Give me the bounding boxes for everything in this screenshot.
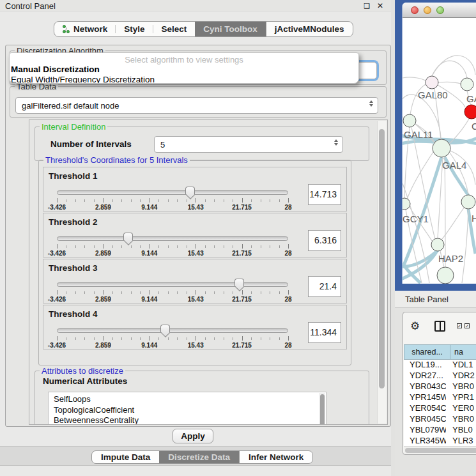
node-table-rows: YDL19...YDL1YDR27...YDR2YBR043CYBR0YPR14… <box>404 360 476 446</box>
threshold-1-value-field[interactable]: 14.713 <box>308 184 341 205</box>
threshold-3-slider[interactable] <box>57 282 288 287</box>
table-row[interactable]: YER054CYER0 <box>404 403 476 414</box>
node-gal11[interactable] <box>403 114 416 127</box>
node-red-selected[interactable] <box>464 105 476 119</box>
bottom-tab-band: Impute Data Discretize Data Infer Networ… <box>0 446 396 466</box>
tab-network[interactable]: Network <box>54 22 116 36</box>
table-row[interactable]: YBR045CYBR0 <box>404 414 476 425</box>
threshold-2-slider-thumb[interactable] <box>123 233 133 240</box>
threshold-4-label: Threshold 4 <box>49 309 98 319</box>
node-label: GAL80 <box>418 89 448 100</box>
network-desktop: GAL80 GA C GAL11 GAL4 GCY1 H HAP2 <box>395 0 476 291</box>
node-label: C <box>472 121 476 132</box>
tab-jactivemnodules[interactable]: jActiveMNodules <box>266 22 353 36</box>
number-of-intervals-combobox[interactable]: 5 <box>154 136 343 153</box>
threshold-3-block: Threshold 3 -3.4262.8599.14415.4321.7152… <box>43 259 347 303</box>
zoom-traffic-icon[interactable] <box>436 6 444 14</box>
close-traffic-icon[interactable] <box>411 6 418 14</box>
list-item[interactable]: TopologicalCoefficient <box>54 405 326 416</box>
list-scrollbar[interactable] <box>319 393 325 425</box>
interval-definition-label: Interval Definition <box>40 122 107 132</box>
table-row[interactable]: YBR043CYBR0 <box>404 381 476 392</box>
numerical-attributes-list[interactable]: SelfLoops TopologicalCoefficient Between… <box>48 392 326 425</box>
control-panel-tabs: Network Style Select Cyni Toolbox jActiv… <box>54 21 353 37</box>
tab-select[interactable]: Select <box>153 22 196 36</box>
thresholds-group: Threshold's Coordinates for 5 Intervals … <box>38 160 351 365</box>
threshold-4-slider[interactable] <box>57 328 288 333</box>
table-panel-title: Table Panel <box>405 295 449 304</box>
threshold-1-slider[interactable] <box>57 190 288 195</box>
checkbox-icon[interactable]: ✓ <box>464 323 470 328</box>
checkbox-icon[interactable]: ✓ <box>457 323 462 328</box>
tab-infer-network[interactable]: Infer Network <box>239 451 312 463</box>
table-panel-body: ⚙ ✓ ✓ shared... na YDL19...YDL1YDR27...Y… <box>395 308 476 476</box>
threshold-4-block: Threshold 4 -3.4262.8599.14415.4321.7152… <box>43 305 347 349</box>
node-gal80[interactable] <box>426 76 438 89</box>
table-panel-titlebar: Table Panel <box>395 291 476 308</box>
threshold-2-block: Threshold 2 -3.4262.8599.14415.4321.7152… <box>43 213 347 257</box>
algorithm-dropdown-popup: Select algorithm to view settings Manual… <box>9 52 359 84</box>
node-label: HAP2 <box>438 253 463 264</box>
network-canvas[interactable]: GAL80 GA C GAL11 GAL4 GCY1 H HAP2 <box>403 19 476 284</box>
threshold-4-slider-thumb[interactable] <box>160 325 170 332</box>
float-icon[interactable]: ❑ <box>364 2 370 10</box>
threshold-3-label: Threshold 3 <box>49 263 98 273</box>
node-label: GAL11 <box>404 129 433 140</box>
threshold-2-label: Threshold 2 <box>49 217 98 227</box>
table-data-combobox[interactable]: galFiltered.sif default node <box>15 97 378 114</box>
menu-item-equal-width-frequency[interactable]: Equal Width/Frequency Discretization <box>10 75 358 84</box>
threshold-1-block: Threshold 1 -3.4262.8599.14415.4321.7152… <box>43 167 347 211</box>
node-label: GCY1 <box>403 213 429 224</box>
node-h[interactable] <box>461 195 475 209</box>
numerical-attributes-label: Numerical Attributes <box>43 376 127 386</box>
table-row[interactable]: YBL079WYBL0 <box>404 425 476 436</box>
control-panel-titlebar: Control Panel ❑ ✕ <box>0 0 391 12</box>
gear-icon[interactable]: ⚙ <box>410 319 420 333</box>
table-h-scrollbar[interactable] <box>404 446 476 454</box>
threshold-1-slider-thumb[interactable] <box>185 187 195 194</box>
combo-stepper-icon <box>334 139 338 146</box>
table-header-row: shared... na <box>404 344 476 360</box>
panel-scrollbar[interactable] <box>377 121 387 424</box>
attributes-group: Attributes to discretize Numerical Attri… <box>35 371 369 425</box>
node-bottom[interactable] <box>437 267 454 284</box>
tab-cyni-toolbox[interactable]: Cyni Toolbox <box>195 22 266 36</box>
network-window-titlebar[interactable] <box>403 3 476 18</box>
settings-scroll-panel: Interval Definition Number of Intervals … <box>29 119 388 425</box>
minimize-traffic-icon[interactable] <box>424 6 431 14</box>
list-item[interactable]: SelfLoops <box>54 394 326 405</box>
column-header-name[interactable]: na <box>450 344 476 360</box>
threshold-2-value-field[interactable]: 6.316 <box>308 230 341 251</box>
node-label: GA <box>466 93 476 104</box>
threshold-4-value-field[interactable]: 11.344 <box>308 322 341 343</box>
node-gal4[interactable] <box>433 139 450 157</box>
apply-button[interactable]: Apply <box>173 429 213 443</box>
columns-icon[interactable] <box>434 321 445 332</box>
panel-title: Control Panel <box>5 1 56 11</box>
column-header-shared[interactable]: shared... <box>404 344 450 360</box>
table-row[interactable]: YDL19...YDL1 <box>404 360 476 371</box>
thresholds-group-label: Threshold's Coordinates for 5 Intervals <box>43 155 190 165</box>
table-row[interactable]: YLR345WYLR3 <box>404 436 476 446</box>
table-row[interactable]: YPR145WYPR1 <box>404 392 476 403</box>
tab-discretize-data[interactable]: Discretize Data <box>159 451 239 463</box>
threshold-1-label: Threshold 1 <box>49 171 98 181</box>
number-of-intervals-label: Number of Intervals <box>50 139 132 149</box>
combo-stepper-icon <box>369 100 373 107</box>
list-item[interactable]: BetweennessCentrality <box>54 415 326 425</box>
tab-impute-data[interactable]: Impute Data <box>92 451 159 463</box>
node-gcy1[interactable] <box>403 198 410 210</box>
table-data-group: Table Data galFiltered.sif default node <box>10 86 387 118</box>
menu-item-manual-discretization[interactable]: Manual Discretization <box>10 65 358 75</box>
threshold-2-slider[interactable] <box>57 236 288 241</box>
network-window[interactable]: GAL80 GA C GAL11 GAL4 GCY1 H HAP2 <box>403 3 476 284</box>
node-label: H <box>472 213 476 224</box>
threshold-3-slider-thumb[interactable] <box>234 279 244 286</box>
table-row[interactable]: YDR27...YDR2 <box>404 371 476 381</box>
threshold-3-value-field[interactable]: 21.4 <box>308 276 341 297</box>
node-hap2[interactable] <box>431 238 444 251</box>
node-ga[interactable] <box>461 78 473 91</box>
close-icon[interactable]: ✕ <box>377 2 383 10</box>
cyni-toolbox-panel: Discretization Algorithm Table Data galF… <box>5 45 391 427</box>
tab-style[interactable]: Style <box>116 22 153 36</box>
